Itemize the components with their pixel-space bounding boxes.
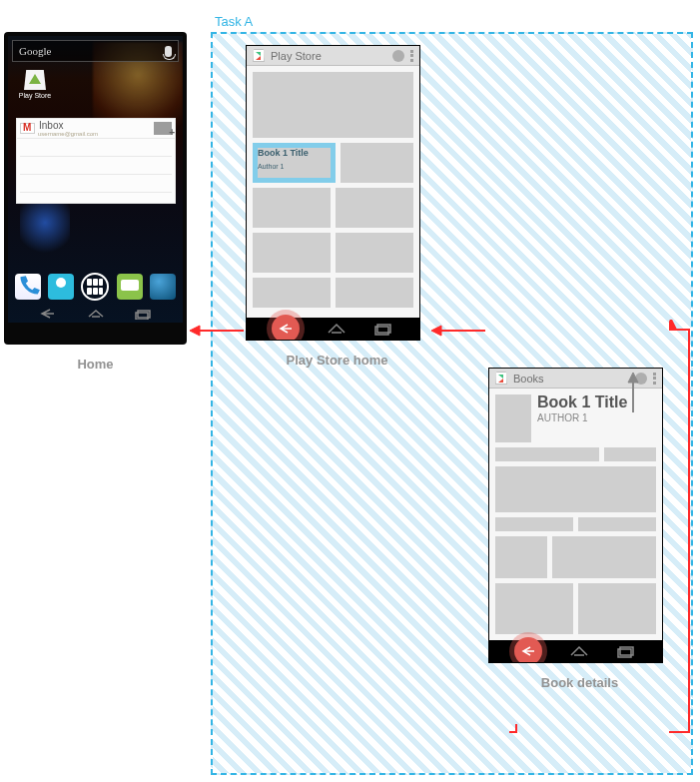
phone-app-icon[interactable] [15,274,41,300]
home-icon[interactable] [568,644,590,658]
book-title: Book 1 Title [537,394,627,410]
recents-icon[interactable] [372,322,394,336]
bookdetails-phone: Books Book 1 Title AUTHOR 1 Book detail [488,368,671,690]
tile[interactable] [253,278,331,308]
info-row [495,517,573,531]
browser-app-icon[interactable] [150,274,176,300]
system-navbar [247,318,419,340]
section [495,536,547,578]
app-label: Play Store [18,92,52,99]
section [578,583,656,634]
arrow-compose-to-bookdetails [626,371,640,414]
tile[interactable] [253,188,331,228]
book-author: Author 1 [258,163,331,178]
book-author: AUTHOR 1 [537,412,627,423]
tile[interactable] [253,233,331,273]
shopping-bag-icon [24,70,46,90]
playstore-phone: Play Store Book 1 Title Author 1 Play St… [246,45,428,368]
svg-marker-11 [431,326,441,336]
caption: Book details [488,675,671,690]
tile[interactable] [336,278,413,308]
action-icon[interactable] [392,50,404,62]
system-navbar [489,640,662,662]
search-label: Google [19,45,51,57]
play-store-icon [495,372,507,385]
tile[interactable] [336,233,413,273]
app-bar: Play Store [247,46,419,66]
search-bar[interactable]: Google [12,40,179,62]
arrow-bookdetails-to-playstore [429,324,487,338]
play-store-app-icon[interactable]: Play Store [18,70,52,99]
section [552,536,656,578]
caption: Home [4,357,187,372]
book-cover [495,394,531,442]
gmail-widget[interactable]: Inbox username@gmail.com [16,118,176,204]
app-bar-title: Books [513,373,635,385]
info-row [495,447,599,461]
home-icon[interactable] [86,308,106,320]
arrow-playstore-to-home [188,324,246,338]
overflow-icon[interactable] [653,373,656,385]
play-store-icon [253,49,265,62]
mic-icon[interactable] [165,46,172,57]
svg-marker-14 [669,320,676,330]
section [495,466,656,512]
book-tile[interactable]: Book 1 Title Author 1 [253,143,336,183]
system-navbar [8,305,183,323]
apps-drawer-icon[interactable] [81,273,109,301]
svg-marker-9 [190,326,200,336]
back-button-highlighted[interactable] [272,315,300,341]
compose-icon[interactable] [154,122,172,135]
widget-title: Inbox [39,120,154,131]
home-icon[interactable] [326,322,348,336]
info-row [604,447,656,461]
back-icon[interactable] [37,308,57,320]
svg-marker-13 [628,373,638,383]
home-phone: Google Play Store Inbox username@gmail.c… [4,32,187,372]
caption: Play Store home [246,353,428,368]
section [495,583,573,634]
app-bar-title: Play Store [271,50,392,62]
tile[interactable] [336,188,413,228]
widget-subtitle: username@gmail.com [38,131,154,137]
messaging-app-icon[interactable] [117,274,143,300]
gmail-icon [20,123,35,134]
arrow-compose-back-tail [489,724,519,744]
overflow-icon[interactable] [410,50,413,62]
hero-tile[interactable] [253,72,413,138]
dock [8,271,183,303]
task-label: Task A [215,14,253,29]
recents-icon[interactable] [134,308,154,320]
back-button-highlighted[interactable] [514,637,542,663]
recents-icon[interactable] [615,644,637,658]
book-title: Book 1 Title [258,148,331,163]
arrow-compose-back-path [669,320,699,739]
contacts-app-icon[interactable] [48,274,74,300]
info-row [578,517,656,531]
tile[interactable] [341,143,413,183]
